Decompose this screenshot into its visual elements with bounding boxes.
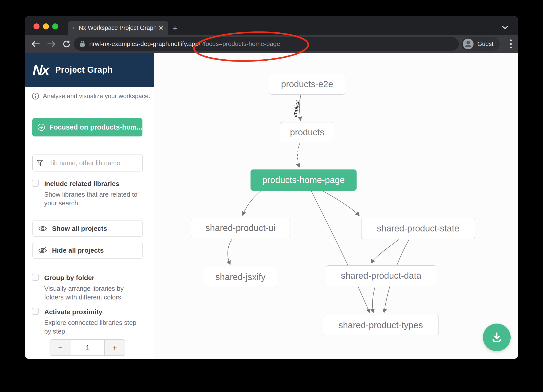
focused-button-label: Focused on products-hom... <box>49 123 142 131</box>
show-all-projects-button[interactable]: Show all projects <box>32 220 143 237</box>
option-group-by-folder: Group by folder Visually arrange librari… <box>32 274 144 302</box>
download-icon <box>490 331 504 344</box>
nx-logo: Nx <box>33 62 48 78</box>
include-related-checkbox[interactable] <box>32 180 39 187</box>
forward-icon[interactable] <box>46 40 56 48</box>
info-icon <box>32 92 39 100</box>
tab-close-icon[interactable]: ✕ <box>158 24 164 32</box>
hide-all-projects-label: Hide all projects <box>52 247 104 254</box>
graph-node-shared-product-ui[interactable]: shared-product-ui <box>191 218 290 238</box>
option-label: Include related libraries <box>44 180 119 188</box>
option-activate-proximity: Activate proximity Explore connected lib… <box>32 308 144 336</box>
eye-off-icon <box>38 247 47 254</box>
eye-icon <box>38 225 47 232</box>
graph-node-shared-product-data[interactable]: shared-product-data <box>326 265 436 286</box>
filter-icon-cell <box>33 155 47 171</box>
option-description: Visually arrange libraries by folders wi… <box>44 284 140 302</box>
focus-arrow-icon <box>37 122 45 132</box>
hide-all-projects-button[interactable]: Hide all projects <box>32 242 143 259</box>
page-content: Nx Project Graph Analyse and visualize y… <box>25 53 518 359</box>
graph-node-shared-product-types[interactable]: shared-product-types <box>323 315 439 335</box>
option-label: Activate proximity <box>44 308 102 316</box>
edge-php-ui <box>243 191 260 215</box>
focused-button[interactable]: Focused on products-hom... <box>32 118 142 137</box>
tab-strip: Nx Workspace Project Graph ✕ + <box>25 16 518 35</box>
zoom-window-button[interactable] <box>52 23 58 29</box>
profile-button[interactable]: Guest <box>461 37 500 51</box>
graph-node-products-e2e[interactable]: products-e2e <box>269 74 345 94</box>
download-graph-button[interactable] <box>483 324 511 351</box>
refresh-icon[interactable] <box>62 39 71 48</box>
tab-title: Nx Workspace Project Graph <box>79 25 157 31</box>
close-window-button[interactable] <box>34 23 40 29</box>
edge-label-implicit: implicit <box>292 99 301 117</box>
dependency-graph-canvas[interactable]: implicit products-e2e products products-… <box>154 53 518 359</box>
sidebar: Nx Project Graph Analyse and visualize y… <box>25 53 154 359</box>
page-title: Project Graph <box>55 65 113 75</box>
graph-node-products-home-page[interactable]: products-home-page <box>250 170 356 191</box>
tagline: Analyse and visualize your workspace. <box>43 93 150 100</box>
stepper-increment-button[interactable]: + <box>104 340 125 355</box>
option-include-related: Include related libraries Show libraries… <box>32 180 144 208</box>
show-all-projects-label: Show all projects <box>52 225 107 232</box>
browser-toolbar: nrwl-nx-examples-dep-graph.netlify.app/?… <box>25 35 518 53</box>
proximity-stepper: − 1 + <box>50 339 125 356</box>
option-label: Group by folder <box>44 274 94 282</box>
lock-icon <box>79 40 86 48</box>
tab-nx-workspace[interactable]: Nx Workspace Project Graph ✕ <box>68 21 168 35</box>
graph-node-shared-product-state[interactable]: shared-product-state <box>361 218 475 239</box>
stepper-decrement-button[interactable]: − <box>50 340 71 355</box>
graph-node-shared-jsxify[interactable]: shared-jsxify <box>204 267 277 287</box>
kebab-menu-icon[interactable] <box>509 38 512 50</box>
stepper-value: 1 <box>71 340 104 355</box>
edge-state-data <box>371 239 399 263</box>
option-description: Explore connected libraries step by step… <box>44 318 140 336</box>
activate-proximity-checkbox[interactable] <box>32 308 39 315</box>
url-bar[interactable]: nrwl-nx-examples-dep-graph.netlify.app/?… <box>74 37 459 51</box>
minimize-window-button[interactable] <box>43 23 49 29</box>
avatar-icon <box>463 38 474 50</box>
tagline-row: Analyse and visualize your workspace. <box>32 92 150 100</box>
back-icon[interactable] <box>31 40 41 48</box>
edge-e2e-products <box>300 95 301 120</box>
edge-products-home-page <box>297 143 300 167</box>
globe-favicon-icon <box>73 24 74 32</box>
graph-node-products[interactable]: products <box>280 122 334 142</box>
group-by-folder-checkbox[interactable] <box>32 274 39 281</box>
url-domain: nrwl-nx-examples-dep-graph.netlify.app <box>89 40 199 47</box>
filter-box <box>32 155 143 171</box>
edge-ui-jsxify <box>228 239 232 265</box>
url-text: nrwl-nx-examples-dep-graph.netlify.app/?… <box>89 40 280 48</box>
profile-label: Guest <box>477 41 493 48</box>
chevron-down-icon[interactable] <box>502 25 509 30</box>
graph-edges: implicit <box>154 53 518 359</box>
filter-input[interactable] <box>47 155 142 171</box>
url-path: /?focus=products-home-page <box>199 40 280 47</box>
edge-data-types <box>373 287 375 313</box>
edge-php-types <box>311 191 369 313</box>
browser-window: Nx Workspace Project Graph ✕ + nrwl-nx-e… <box>25 16 518 359</box>
funnel-icon <box>36 160 43 166</box>
sidebar-header: Nx Project Graph <box>25 53 154 87</box>
edge-php-state <box>323 191 359 216</box>
new-tab-button[interactable]: + <box>172 24 177 32</box>
option-description: Show libraries that are related to your … <box>44 190 140 208</box>
